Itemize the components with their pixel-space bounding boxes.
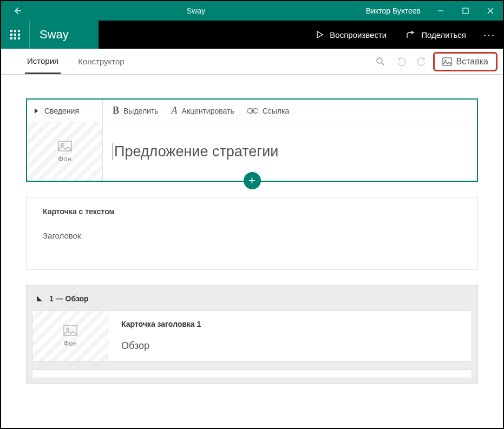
- details-toggle[interactable]: Сведения: [27, 100, 102, 122]
- link-label: Ссылка: [263, 107, 290, 115]
- insert-highlight: Вставка: [433, 52, 498, 71]
- appbar-actions: Воспроизвести Поделиться ···: [306, 21, 503, 49]
- svg-rect-8: [14, 37, 16, 39]
- tab-story[interactable]: История: [25, 49, 61, 74]
- title-text: Предложение стратегии: [113, 143, 278, 160]
- svg-rect-5: [14, 34, 16, 36]
- app-name: Sway: [29, 21, 99, 49]
- share-button[interactable]: Поделиться: [396, 21, 476, 49]
- section-card[interactable]: 1 — Обзор Фон Карточка заголовка 1 Обзор: [26, 285, 478, 384]
- titlebar: Sway Виктор Бухтеев: [1, 1, 503, 21]
- title-card[interactable]: Сведения Фон B Выделить A: [26, 98, 478, 182]
- play-button[interactable]: Воспроизвести: [306, 21, 396, 49]
- insert-button[interactable]: Вставка: [437, 55, 494, 69]
- maximize-button[interactable]: [453, 1, 478, 21]
- link-button[interactable]: Ссылка: [247, 107, 290, 115]
- image-icon: [58, 141, 72, 151]
- redo-button[interactable]: [413, 52, 431, 71]
- bold-label: Выделить: [123, 107, 159, 115]
- user-name[interactable]: Виктор Бухтеев: [358, 6, 428, 15]
- appbar: Sway Воспроизвести Поделиться ···: [1, 21, 503, 49]
- section-background-label: Фон: [63, 339, 76, 347]
- search-button[interactable]: [371, 52, 390, 71]
- svg-point-10: [377, 58, 382, 63]
- heading-card-label: Карточка заголовка 1: [121, 320, 459, 328]
- share-icon: [406, 30, 416, 39]
- svg-rect-0: [463, 8, 468, 14]
- tab-designer[interactable]: Конструктор: [76, 49, 127, 74]
- accent-label: Акцентировать: [182, 107, 234, 115]
- svg-rect-6: [18, 34, 20, 36]
- section-header[interactable]: 1 — Обзор: [32, 291, 472, 311]
- svg-rect-9: [18, 37, 20, 39]
- app-launcher-button[interactable]: [1, 21, 29, 49]
- insert-label: Вставка: [456, 57, 488, 67]
- text-card[interactable]: Карточка с текстом Заголовок: [26, 197, 478, 270]
- tabsbar: История Конструктор Вставка: [1, 49, 503, 75]
- bold-button[interactable]: B Выделить: [113, 105, 159, 116]
- image-icon: [442, 57, 452, 66]
- section-title: 1 — Обзор: [49, 294, 89, 303]
- details-label: Сведения: [44, 107, 79, 115]
- svg-rect-7: [10, 37, 12, 39]
- heading-card[interactable]: Фон Карточка заголовка 1 Обзор: [32, 311, 472, 362]
- svg-rect-13: [58, 141, 71, 151]
- image-icon: [63, 325, 77, 336]
- add-card-button[interactable]: +: [244, 172, 261, 189]
- svg-rect-11: [443, 58, 451, 65]
- back-button[interactable]: [1, 6, 34, 15]
- more-button[interactable]: ···: [476, 29, 503, 41]
- svg-rect-15: [64, 326, 77, 335]
- undo-button[interactable]: [392, 52, 410, 71]
- storyline-canvas[interactable]: Сведения Фон B Выделить A: [2, 75, 502, 427]
- share-label: Поделиться: [421, 30, 466, 39]
- window-title: Sway: [34, 6, 358, 15]
- svg-point-14: [61, 143, 63, 146]
- background-picker[interactable]: Фон: [27, 122, 102, 181]
- collapse-icon: [36, 295, 43, 302]
- link-icon: [247, 108, 258, 114]
- play-icon: [316, 30, 324, 39]
- chevron-right-icon: [34, 108, 39, 114]
- bold-icon: B: [113, 105, 119, 116]
- next-card-stub: [32, 369, 472, 378]
- text-card-heading[interactable]: Заголовок: [43, 231, 464, 240]
- text-card-label: Карточка с текстом: [43, 207, 464, 216]
- heading-card-title[interactable]: Обзор: [121, 340, 459, 352]
- svg-rect-3: [18, 30, 20, 32]
- accent-icon: A: [172, 105, 178, 116]
- background-label: Фон: [58, 155, 71, 163]
- svg-rect-1: [10, 30, 12, 32]
- svg-point-16: [67, 328, 69, 330]
- title-card-toolbar: B Выделить A Акцентировать Ссылка: [103, 100, 477, 122]
- play-label: Воспроизвести: [330, 30, 387, 39]
- close-button[interactable]: [478, 1, 503, 21]
- svg-rect-2: [14, 30, 16, 32]
- title-input[interactable]: Предложение стратегии: [103, 122, 477, 181]
- svg-rect-4: [10, 34, 12, 36]
- appbar-spacer: [99, 21, 306, 49]
- minimize-button[interactable]: [428, 1, 453, 21]
- accent-button[interactable]: A Акцентировать: [172, 105, 234, 116]
- section-background-picker[interactable]: Фон: [32, 311, 108, 361]
